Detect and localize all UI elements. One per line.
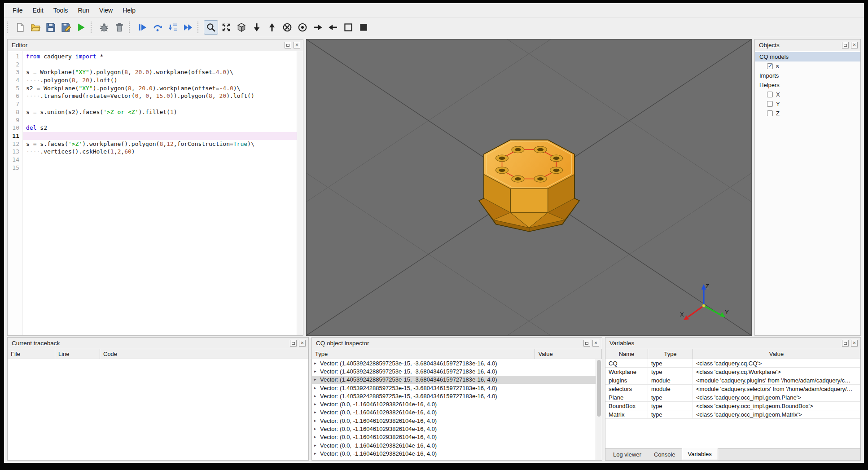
- column-header-file[interactable]: File: [8, 349, 55, 359]
- step-button[interactable]: [135, 20, 149, 35]
- expand-arrow-icon[interactable]: ▸: [314, 402, 320, 406]
- close-panel-icon[interactable]: ✕: [299, 340, 306, 347]
- column-header-code[interactable]: Code: [100, 349, 308, 359]
- checkbox-x[interactable]: [767, 92, 773, 97]
- code-line-14[interactable]: [23, 156, 297, 164]
- column-header-type[interactable]: Type: [312, 349, 535, 359]
- 3d-viewport[interactable]: Z X Y: [306, 39, 752, 336]
- float-panel-icon[interactable]: [290, 340, 297, 347]
- expand-arrow-icon[interactable]: ▸: [314, 427, 320, 431]
- variable-row-plane[interactable]: Planetype<class 'cadquery.occ_impl.geom.…: [605, 393, 860, 402]
- tab-log-viewer[interactable]: Log viewer: [607, 448, 648, 460]
- new-file-button[interactable]: [13, 20, 27, 35]
- iso-view-button[interactable]: [234, 20, 249, 35]
- toolbar-handle-file[interactable]: [7, 22, 10, 33]
- view-left-button[interactable]: [326, 20, 340, 35]
- fit-all-button[interactable]: [219, 20, 233, 35]
- inspector-row-10[interactable]: ▸Vector: (0.0, -1.1604610293826104e-16, …: [312, 433, 602, 441]
- step-over-button[interactable]: [150, 20, 165, 35]
- view-top-button[interactable]: [265, 20, 279, 35]
- inspector-row-3[interactable]: ▸Vector: (1.4053924288597253e-15, -3.680…: [312, 376, 602, 384]
- tab-console[interactable]: Console: [648, 448, 682, 460]
- code-line-3[interactable]: s = Workplane("XY").polygon(8, 20.0).wor…: [23, 68, 297, 76]
- open-file-button[interactable]: [28, 20, 43, 35]
- close-panel-icon[interactable]: ✕: [294, 42, 300, 48]
- expand-arrow-icon[interactable]: ▸: [314, 410, 320, 414]
- inspector-row-6[interactable]: ▸Vector: (0.0, -1.1604610293826104e-16, …: [312, 400, 602, 408]
- fit-view-button[interactable]: [204, 20, 218, 35]
- inspector-scrollbar[interactable]: [596, 359, 602, 460]
- view-front-button[interactable]: [295, 20, 310, 35]
- objects-tree-item-imports[interactable]: Imports: [755, 71, 860, 80]
- run-button[interactable]: [74, 20, 88, 35]
- variable-row-workplane[interactable]: Workplanetype<class 'cadquery.cq.Workpla…: [605, 368, 860, 376]
- code-line-15[interactable]: [23, 164, 297, 172]
- variable-row-plugins[interactable]: pluginsmodule<module 'cadquery.plugins' …: [605, 376, 860, 385]
- save-button[interactable]: [44, 20, 58, 35]
- inspector-row-11[interactable]: ▸Vector: (0.0, -1.1604610293826104e-16, …: [312, 441, 602, 449]
- toolbar-handle-view[interactable]: [197, 22, 201, 33]
- code-line-12[interactable]: s = s.faces('>Z').workplane().polygon(8,…: [23, 140, 297, 148]
- checkbox-s[interactable]: [767, 63, 773, 69]
- column-header-type[interactable]: Type: [648, 349, 693, 359]
- expand-arrow-icon[interactable]: ▸: [314, 361, 320, 365]
- wireframe-button[interactable]: [341, 20, 355, 35]
- inspector-row-9[interactable]: ▸Vector: (0.0, -1.1604610293826104e-16, …: [312, 425, 602, 433]
- variable-row-cq[interactable]: CQtype<class 'cadquery.cq.CQ'>: [605, 359, 860, 368]
- editor-body[interactable]: 123456789101112131415 from cadquery impo…: [8, 51, 303, 335]
- toolbar-handle-debug-step[interactable]: [129, 22, 132, 33]
- float-panel-icon[interactable]: [583, 340, 590, 347]
- inspector-row-1[interactable]: ▸Vector: (1.4053924288597253e-15, -3.680…: [312, 359, 602, 367]
- checkbox-y[interactable]: [767, 101, 773, 107]
- objects-tree-item-cq-models[interactable]: CQ models: [755, 52, 860, 61]
- save-as-button[interactable]: [59, 20, 73, 35]
- shaded-button[interactable]: [356, 20, 371, 35]
- inspector-row-2[interactable]: ▸Vector: (1.4053924288597253e-15, -3.680…: [312, 367, 602, 375]
- expand-arrow-icon[interactable]: ▸: [314, 435, 320, 439]
- inspector-row-7[interactable]: ▸Vector: (0.0, -1.1604610293826104e-16, …: [312, 409, 602, 417]
- column-header-line[interactable]: Line: [55, 349, 100, 359]
- delete-button[interactable]: [112, 20, 127, 35]
- column-header-name[interactable]: Name: [605, 349, 648, 359]
- float-panel-icon[interactable]: [285, 42, 291, 48]
- menu-item-file[interactable]: File: [8, 4, 28, 16]
- code-line-5[interactable]: s2 = Workplane("XY").polygon(8, 20.0).wo…: [23, 84, 297, 92]
- inspector-row-8[interactable]: ▸Vector: (0.0, -1.1604610293826104e-16, …: [312, 417, 602, 425]
- debug-button[interactable]: [97, 20, 111, 35]
- code-line-6[interactable]: ····.transformed(rotate=Vector(0, 0, 15.…: [23, 92, 297, 100]
- objects-tree-item-helpers[interactable]: Helpers: [755, 80, 860, 90]
- objects-tree-item-z[interactable]: Z: [755, 109, 860, 118]
- float-panel-icon[interactable]: [842, 340, 849, 347]
- scrollbar-thumb[interactable]: [597, 360, 601, 417]
- objects-tree-item-s[interactable]: s: [755, 61, 860, 71]
- checkbox-z[interactable]: [767, 110, 773, 116]
- expand-arrow-icon[interactable]: ▸: [314, 394, 320, 398]
- variable-row-selectors[interactable]: selectorsmodule<module 'cadquery.selecto…: [605, 385, 860, 393]
- variable-row-boundbox[interactable]: BoundBoxtype<class 'cadquery.occ_impl.ge…: [605, 402, 860, 410]
- column-header-value[interactable]: Value: [693, 349, 860, 359]
- menu-item-view[interactable]: View: [94, 4, 118, 16]
- expand-arrow-icon[interactable]: ▸: [314, 369, 320, 373]
- float-panel-icon[interactable]: [842, 42, 849, 48]
- view-back-button[interactable]: [280, 20, 294, 35]
- close-panel-icon[interactable]: ✕: [592, 340, 599, 347]
- expand-arrow-icon[interactable]: ▸: [314, 386, 320, 390]
- toolbar-handle-debug-tools[interactable]: [91, 22, 94, 33]
- code-line-4[interactable]: ····.polygon(8, 20).loft(): [23, 76, 297, 84]
- inspector-row-5[interactable]: ▸Vector: (1.4053924288597253e-15, -3.680…: [312, 392, 602, 400]
- inspector-row-4[interactable]: ▸Vector: (1.4053924288597253e-15, -3.680…: [312, 384, 602, 392]
- close-panel-icon[interactable]: ✕: [851, 340, 858, 347]
- step-into-button[interactable]: [166, 20, 180, 35]
- expand-arrow-icon[interactable]: ▸: [314, 452, 320, 456]
- objects-tree-item-x[interactable]: X: [755, 90, 860, 99]
- expand-arrow-icon[interactable]: ▸: [314, 378, 320, 382]
- code-line-2[interactable]: [23, 61, 297, 69]
- code-line-1[interactable]: from cadquery import *: [23, 53, 297, 61]
- menu-item-help[interactable]: Help: [118, 4, 140, 16]
- code-line-7[interactable]: [23, 100, 297, 108]
- code-line-10[interactable]: del s2: [23, 124, 297, 132]
- inspector-row-12[interactable]: ▸Vector: (0.0, -1.1604610293826104e-16, …: [312, 449, 602, 457]
- editor-scrollbar[interactable]: [297, 51, 303, 335]
- menu-item-run[interactable]: Run: [73, 4, 94, 16]
- view-bottom-button[interactable]: [250, 20, 264, 35]
